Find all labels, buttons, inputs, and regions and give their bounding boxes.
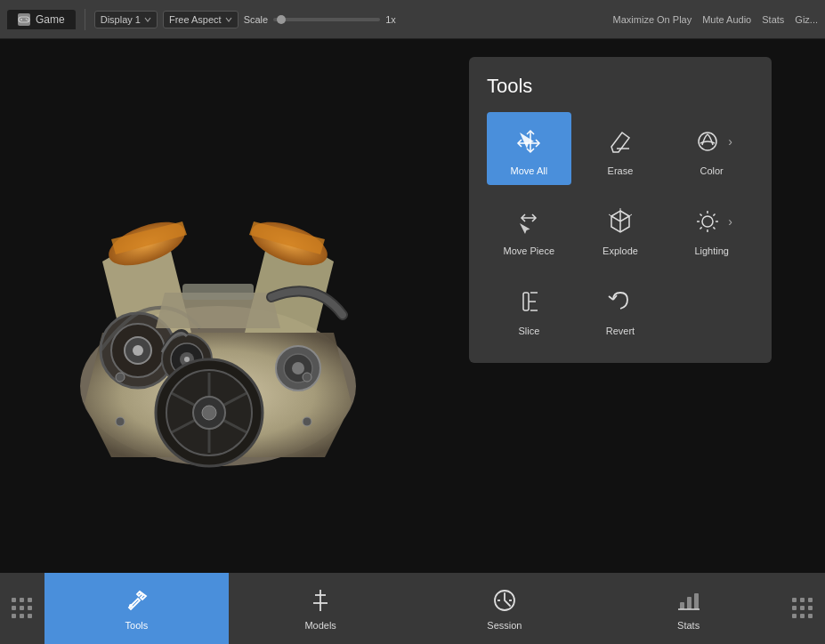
svg-point-30 bbox=[303, 373, 311, 382]
svg-line-44 bbox=[700, 214, 702, 216]
tool-color-label: Color bbox=[700, 165, 724, 176]
nav-tools-icon bbox=[122, 586, 150, 615]
nav-tools-label: Tools bbox=[125, 620, 149, 631]
dot bbox=[28, 598, 32, 602]
aspect-label: Free Aspect bbox=[169, 14, 222, 25]
tool-explode[interactable]: Explode bbox=[578, 192, 663, 265]
nav-models-icon bbox=[306, 586, 335, 615]
move-piece-icon bbox=[512, 205, 546, 238]
erase-icon bbox=[603, 125, 637, 158]
slice-icon bbox=[512, 285, 546, 318]
svg-rect-61 bbox=[687, 597, 692, 609]
svg-line-45 bbox=[714, 227, 716, 229]
revert-icon bbox=[603, 285, 637, 318]
svg-line-47 bbox=[700, 227, 702, 229]
nav-dots-left bbox=[0, 573, 44, 644]
svg-point-3 bbox=[26, 18, 28, 20]
dot bbox=[792, 614, 797, 618]
tool-revert[interactable]: Revert bbox=[578, 272, 663, 345]
game-tab[interactable]: Game bbox=[7, 10, 76, 29]
nav-session-icon bbox=[490, 586, 519, 615]
color-icon-row: › bbox=[691, 125, 732, 158]
dot bbox=[808, 606, 813, 610]
aspect-select[interactable]: Free Aspect bbox=[163, 11, 239, 28]
top-bar: Game Display 1 Free Aspect Scale 1x Maxi… bbox=[0, 0, 825, 39]
tool-lighting-label: Lighting bbox=[694, 246, 729, 256]
tool-move-all-label: Move All bbox=[511, 165, 548, 176]
maximize-btn[interactable]: Maximize On Play bbox=[613, 14, 692, 25]
tool-move-piece-label: Move Piece bbox=[504, 246, 554, 256]
dot bbox=[792, 606, 797, 610]
svg-point-4 bbox=[27, 19, 28, 20]
tool-erase-label: Erase bbox=[608, 165, 634, 176]
svg-point-22 bbox=[202, 406, 216, 420]
nav-stats-icon bbox=[675, 586, 703, 615]
explode-icon bbox=[603, 205, 637, 238]
dot bbox=[12, 598, 16, 602]
lighting-expand-icon: › bbox=[728, 214, 732, 229]
stats-btn[interactable]: Stats bbox=[762, 14, 784, 25]
display-select[interactable]: Display 1 bbox=[94, 11, 158, 28]
scale-section: Scale 1x bbox=[244, 14, 396, 25]
tool-move-all[interactable]: Move All bbox=[487, 112, 571, 185]
dot bbox=[12, 606, 16, 610]
nav-stats[interactable]: Stats bbox=[596, 573, 781, 644]
mute-btn[interactable]: Mute Audio bbox=[702, 14, 751, 25]
gizmos-btn[interactable]: Giz... bbox=[795, 14, 818, 25]
svg-point-15 bbox=[184, 357, 190, 362]
top-bar-right: Maximize On Play Mute Audio Stats Giz... bbox=[613, 14, 818, 25]
tools-grid: Move All Erase bbox=[487, 112, 754, 345]
svg-point-28 bbox=[303, 417, 311, 426]
engine-area bbox=[0, 39, 436, 644]
dots-grid-right bbox=[792, 598, 813, 619]
tool-move-piece[interactable]: Move Piece bbox=[487, 192, 571, 265]
scale-slider[interactable] bbox=[273, 18, 380, 21]
tool-slice-label: Slice bbox=[518, 326, 539, 336]
tool-revert-label: Revert bbox=[606, 326, 635, 336]
tool-slice[interactable]: Slice bbox=[487, 272, 571, 345]
nav-models[interactable]: Models bbox=[229, 573, 413, 644]
svg-point-27 bbox=[116, 417, 125, 426]
tools-title: Tools bbox=[487, 75, 754, 98]
dot bbox=[28, 614, 32, 618]
svg-point-25 bbox=[292, 362, 304, 374]
tool-erase[interactable]: Erase bbox=[578, 112, 663, 185]
tool-explode-label: Explode bbox=[603, 246, 638, 256]
dot bbox=[800, 614, 805, 618]
svg-point-29 bbox=[116, 373, 125, 382]
scale-value: 1x bbox=[385, 14, 396, 25]
tools-panel: Tools Move All bbox=[469, 57, 772, 363]
game-tab-icon bbox=[18, 13, 30, 26]
engine-image bbox=[31, 155, 405, 528]
move-all-icon bbox=[512, 125, 546, 158]
color-expand-icon: › bbox=[728, 134, 732, 149]
tool-lighting[interactable]: › Lighting bbox=[669, 192, 754, 265]
display-label: Display 1 bbox=[101, 14, 141, 25]
svg-line-46 bbox=[714, 214, 716, 216]
tool-color[interactable]: › Color bbox=[669, 112, 754, 185]
svg-point-52 bbox=[129, 604, 133, 608]
svg-rect-60 bbox=[680, 602, 684, 609]
svg-rect-48 bbox=[523, 293, 529, 310]
nav-dots-right bbox=[781, 573, 825, 644]
dots-grid-left bbox=[12, 598, 33, 619]
dot bbox=[808, 598, 813, 602]
dot bbox=[808, 614, 813, 618]
nav-tools[interactable]: Tools bbox=[44, 573, 229, 644]
nav-stats-label: Stats bbox=[677, 620, 700, 631]
color-icon bbox=[691, 125, 724, 158]
dot bbox=[20, 606, 24, 610]
dot bbox=[792, 598, 797, 602]
dot bbox=[800, 606, 805, 610]
scale-label: Scale bbox=[244, 14, 269, 25]
nav-models-label: Models bbox=[304, 620, 336, 631]
bottom-nav: Tools Models bbox=[0, 573, 825, 644]
svg-line-38 bbox=[629, 214, 632, 216]
dot bbox=[800, 598, 805, 602]
dot bbox=[28, 606, 32, 610]
dot bbox=[20, 614, 24, 618]
svg-line-37 bbox=[609, 214, 611, 216]
nav-session[interactable]: Session bbox=[413, 573, 597, 644]
dot bbox=[20, 598, 24, 602]
svg-point-39 bbox=[702, 216, 713, 227]
